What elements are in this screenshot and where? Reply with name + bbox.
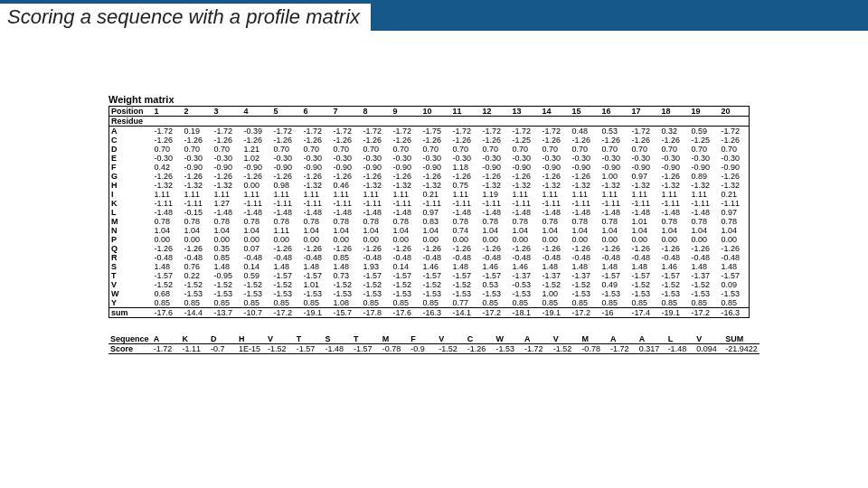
table-row: V-1.52-1.52-1.52-1.52-1.521.01-1.52-1.52… (109, 280, 750, 289)
cell: 1.48 (451, 262, 481, 271)
cell: -1.57 (720, 271, 750, 280)
cell: 1.21 (242, 145, 272, 154)
header-cell: A (637, 334, 666, 344)
cell: 0.35 (212, 244, 242, 253)
cell: 0.85 (212, 298, 242, 308)
header-cell: 1 (153, 107, 183, 117)
score-row: Score-1.72-1.11-0.71E-15-1.52-1.57-1.48-… (108, 344, 760, 354)
cell: 1.04 (690, 226, 720, 235)
table-row: H-1.32-1.32-1.320.000.98-1.320.46-1.32-1… (109, 181, 750, 190)
cell: 1.11 (153, 190, 183, 199)
cell: 0.00 (362, 235, 392, 244)
cell: -0.7 (209, 344, 237, 354)
cell: -0.90 (362, 163, 392, 172)
cell: 0.78 (511, 217, 541, 226)
cell: 0.75 (451, 181, 481, 190)
cell: -1.26 (541, 172, 571, 181)
header-cell: 8 (362, 107, 392, 117)
cell: 0.70 (421, 145, 451, 154)
header-cell: W (494, 334, 523, 344)
cell: D (109, 145, 153, 154)
cell: -1.26 (541, 136, 571, 145)
cell: 0.00 (183, 235, 212, 244)
cell: 0.317 (637, 344, 666, 354)
cell: 0.76 (183, 262, 212, 271)
cell: 0.00 (242, 181, 272, 190)
header-cell: V (694, 334, 723, 344)
cell: 0.78 (660, 217, 690, 226)
header-cell: 6 (302, 107, 332, 117)
cell: 0.00 (481, 235, 511, 244)
cell: -1.57 (272, 271, 302, 280)
cell: -1.11 (541, 199, 571, 208)
cell: 1.48 (153, 262, 183, 271)
cell: 1.11 (392, 190, 421, 199)
cell: 0.22 (183, 271, 212, 280)
header-cell: A (523, 334, 552, 344)
cell: -1.37 (511, 271, 541, 280)
header-cell (392, 117, 421, 127)
cell: -1.52 (437, 344, 466, 354)
cell: -1.32 (720, 181, 750, 190)
cell: 0.98 (272, 181, 302, 190)
cell: 0.85 (212, 253, 242, 262)
cell: -0.90 (690, 163, 720, 172)
header-cell (481, 117, 511, 127)
cell: -1.11 (600, 199, 630, 208)
table-row: N1.041.041.041.041.111.041.041.041.041.0… (109, 226, 750, 235)
cell: -1.53 (421, 289, 451, 298)
cell: -19.1 (302, 308, 332, 318)
cell: -1.32 (690, 181, 720, 190)
cell: -0.48 (362, 253, 392, 262)
cell: -0.90 (242, 163, 272, 172)
cell: -1.53 (494, 344, 523, 354)
cell: -1.48 (153, 208, 183, 217)
content-area: Weight matrix Position123456789101112131… (0, 31, 868, 354)
cell: -1.53 (451, 289, 481, 298)
cell: -1.53 (690, 289, 720, 298)
cell: -1.52 (392, 280, 421, 289)
cell: 1.11 (451, 190, 481, 199)
cell: 0.70 (362, 145, 392, 154)
cell: 1.48 (541, 262, 571, 271)
cell: -0.90 (720, 163, 750, 172)
cell: -0.95 (212, 271, 242, 280)
table-row: L-1.48-0.15-1.48-1.48-1.48-1.48-1.48-1.4… (109, 208, 750, 217)
cell: -0.48 (242, 253, 272, 262)
cell: -1.52 (153, 280, 183, 289)
cell: 0.85 (690, 298, 720, 308)
cell: -0.90 (212, 163, 242, 172)
cell: -0.90 (511, 163, 541, 172)
table-row: W0.68-1.53-1.53-1.53-1.53-1.53-1.53-1.53… (109, 289, 750, 298)
cell: 0.85 (511, 298, 541, 308)
cell: -1.32 (153, 181, 183, 190)
cell: 0.70 (630, 145, 660, 154)
cell: 1.04 (720, 226, 750, 235)
cell: -0.30 (690, 154, 720, 163)
cell: 0.46 (332, 181, 362, 190)
cell: -1.26 (720, 172, 750, 181)
cell: -0.30 (332, 154, 362, 163)
header-cell (421, 117, 451, 127)
cell: 0.14 (242, 262, 272, 271)
table-row: K-1.11-1.111.27-1.11-1.11-1.11-1.11-1.11… (109, 199, 750, 208)
cell: -0.30 (511, 154, 541, 163)
cell: -1.48 (630, 208, 660, 217)
cell: -1.52 (690, 280, 720, 289)
cell: R (109, 253, 153, 262)
cell: -17.4 (630, 308, 660, 318)
cell: -1.26 (421, 172, 451, 181)
cell: 0.70 (720, 145, 750, 154)
cell: -1.32 (362, 181, 392, 190)
cell: -0.48 (541, 253, 571, 262)
cell: H (109, 181, 153, 190)
cell: -16.3 (720, 308, 750, 318)
cell: -0.30 (720, 154, 750, 163)
cell: -0.90 (183, 163, 212, 172)
cell: -1.48 (272, 208, 302, 217)
header-cell (660, 117, 690, 127)
cell: -1.26 (302, 136, 332, 145)
header-cell (451, 117, 481, 127)
cell: -1.25 (511, 136, 541, 145)
header-cell: Sequence (108, 334, 152, 344)
